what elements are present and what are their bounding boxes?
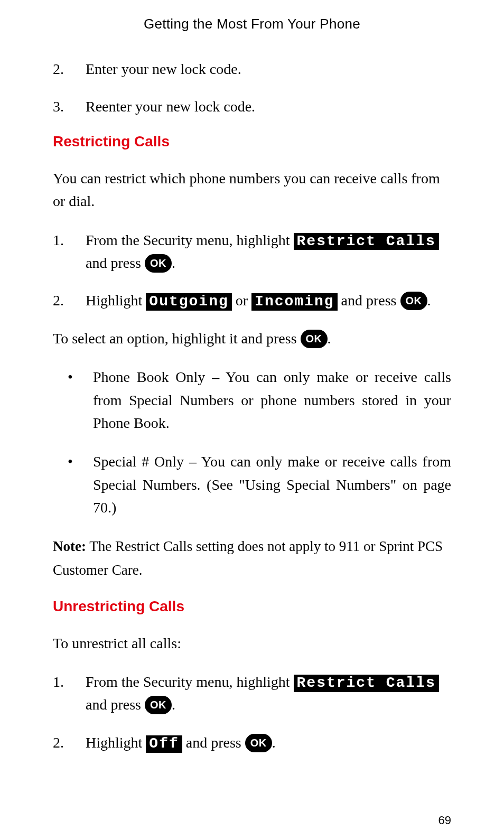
step-text: Enter your new lock code. [86,58,451,80]
text-fragment: . [172,255,175,271]
step-number: 3. [53,95,86,118]
menu-label-incoming: Incoming [251,293,337,311]
paragraph: You can restrict which phone numbers you… [53,167,451,213]
page-number: 69 [438,814,451,827]
list-step: 2. Highlight Off and press OK. [53,731,451,754]
step-number: 2. [53,731,86,754]
text-fragment: and press [86,696,145,713]
text-fragment: From the Security menu, highlight [86,232,294,248]
ok-button-icon: OK [245,734,272,752]
text-fragment: . [328,330,331,347]
list-step: 1. From the Security menu, highlight Res… [53,670,451,716]
step-text: Highlight Off and press OK. [86,731,451,754]
step-text: Reenter your new lock code. [86,95,451,118]
step-number: 1. [53,229,86,275]
menu-label-restrict-calls: Restrict Calls [294,233,439,250]
page-header: Getting the Most From Your Phone [53,16,451,32]
step-text: Highlight Outgoing or Incoming and press… [86,289,451,312]
heading-unrestricting-calls: Unrestricting Calls [53,598,451,615]
text-fragment: . [272,734,276,751]
list-step: 1. From the Security menu, highlight Res… [53,229,451,275]
ok-button-icon: OK [145,254,172,273]
list-step: 2. Enter your new lock code. [53,58,451,80]
step-text: From the Security menu, highlight Restri… [86,229,451,275]
text-fragment: and press [86,255,145,271]
menu-label-outgoing: Outgoing [146,293,231,311]
text-fragment: and press [182,734,245,751]
text-fragment: . [172,696,175,713]
step-number: 1. [53,670,86,716]
text-fragment: From the Security menu, highlight [86,674,294,690]
note-text: The Restrict Calls setting does not appl… [53,538,443,578]
step-number: 2. [53,58,86,80]
text-fragment: or [232,292,251,309]
ok-button-icon: OK [145,696,172,714]
bullet-text: Phone Book Only – You can only make or r… [93,366,451,434]
list-step: 2. Highlight Outgoing or Incoming and pr… [53,289,451,312]
ok-button-icon: OK [301,330,328,348]
text-fragment: To select an option, highlight it and pr… [53,330,301,347]
bullet-icon: • [68,450,93,519]
bullet-icon: • [68,366,93,434]
menu-label-off: Off [146,735,182,753]
ok-button-icon: OK [400,292,427,310]
text-fragment: and press [338,292,400,309]
bullet-item: • Phone Book Only – You can only make or… [53,366,451,434]
text-fragment: Highlight [86,734,146,751]
bullet-item: • Special # Only – You can only make or … [53,450,451,519]
note-paragraph: Note: The Restrict Calls setting does no… [53,535,451,582]
paragraph: To unrestrict all calls: [53,632,451,655]
bullet-text: Special # Only – You can only make or re… [93,450,451,519]
list-step: 3. Reenter your new lock code. [53,95,451,118]
text-fragment: Highlight [86,292,146,309]
paragraph: To select an option, highlight it and pr… [53,327,451,350]
heading-restricting-calls: Restricting Calls [53,133,451,150]
text-fragment: . [427,292,431,309]
note-label: Note: [53,538,86,554]
step-text: From the Security menu, highlight Restri… [86,670,451,716]
step-number: 2. [53,289,86,312]
menu-label-restrict-calls: Restrict Calls [294,675,439,692]
